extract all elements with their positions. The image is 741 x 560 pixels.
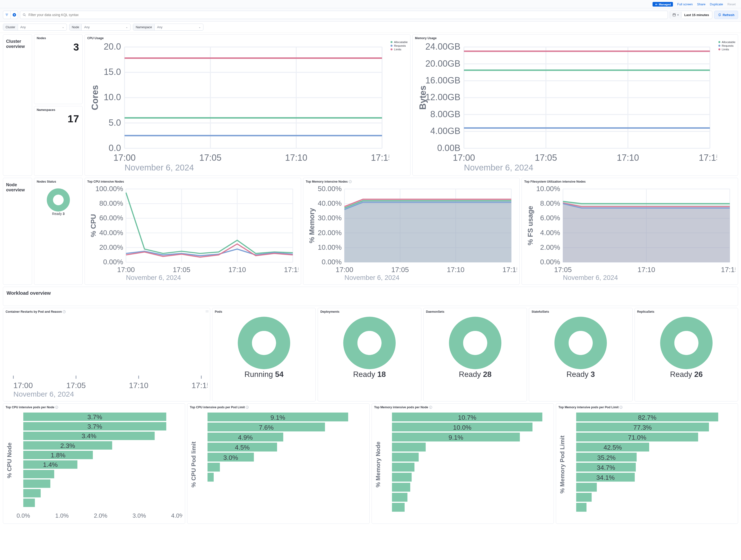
svg-text:17:15: 17:15 [371,153,389,163]
svg-text:0.0: 0.0 [109,143,121,153]
svg-text:4.9%: 4.9% [238,434,253,441]
filter-icon-button[interactable] [3,11,10,19]
top-fs-nodes-panel: Top Filesystem Utilization intensive Nod… [522,178,738,285]
svg-text:17:10: 17:10 [129,381,148,389]
svg-rect-188 [392,493,407,502]
svg-rect-186 [392,473,411,482]
kql-input[interactable] [27,11,665,19]
svg-text:40.00%: 40.00% [318,199,342,207]
svg-text:% Memory Pod Limit: % Memory Pod Limit [559,436,565,494]
refresh-button[interactable]: Refresh [714,11,738,19]
memory-usage-legend: Allocatable Requests Limits [719,40,735,173]
svg-text:17:15: 17:15 [284,266,298,273]
calendar-button[interactable]: ▾ [670,12,681,18]
svg-rect-189 [392,503,404,512]
info-icon[interactable]: i [246,406,249,409]
svg-rect-157 [23,499,35,507]
svg-point-140 [674,331,698,355]
svg-text:2.0%: 2.0% [94,512,107,519]
namespace-filter-value[interactable]: Any⌄ [154,24,203,30]
info-icon[interactable]: i [55,406,58,409]
full-screen-link[interactable]: Full screen [677,2,693,6]
cluster-filter: Cluster Any⌄ [3,23,67,30]
svg-text:0.00%: 0.00% [322,258,342,266]
svg-rect-206 [576,493,592,502]
svg-text:November 6, 2024: November 6, 2024 [13,390,74,398]
cpu-pods-limit-chart: 9.1%7.6%4.9%4.5%3.0%% CPU Pod limit [190,409,367,521]
svg-rect-207 [576,503,587,512]
svg-point-137 [569,331,593,355]
svg-line-2 [25,15,25,16]
svg-rect-187 [392,483,410,491]
svg-text:40.00%: 40.00% [99,229,123,237]
replicasets-title: ReplicaSets [637,310,735,313]
chevron-down-icon: ▾ [677,13,679,16]
svg-text:17:05: 17:05 [554,266,571,273]
svg-text:17:10: 17:10 [285,153,307,163]
svg-text:50.00%: 50.00% [318,185,342,193]
svg-text:9.1%: 9.1% [449,434,463,441]
svg-text:% CPU Node: % CPU Node [6,443,13,478]
chevron-down-icon: ⌄ [126,25,128,29]
node-filter-value[interactable]: Any⌄ [82,24,130,30]
svg-text:80.00%: 80.00% [99,199,123,207]
namespaces-metric-title: Namespaces [37,108,80,112]
cluster-overview-heading-panel: Cluster overview [3,34,32,176]
svg-text:10.7%: 10.7% [458,414,476,421]
svg-text:17:05: 17:05 [199,153,221,163]
svg-text:November 6, 2024: November 6, 2024 [126,274,181,281]
svg-point-1 [23,14,25,15]
replicasets-donut: Ready 26 [637,313,735,379]
node-overview-heading: Node overview [6,180,29,282]
svg-text:2.3%: 2.3% [60,442,75,449]
panel-options-icon[interactable]: ⁝⁝⁝ [206,310,208,313]
svg-text:60.00%: 60.00% [99,214,123,222]
filter-icon [5,13,8,16]
share-link[interactable]: Share [697,2,705,6]
cluster-filter-value[interactable]: Any⌄ [18,24,67,30]
svg-text:% FS usage: % FS usage [526,206,534,246]
nodes-metric-value: 3 [37,40,80,53]
query-bar[interactable] [20,11,668,19]
duplicate-link[interactable]: Duplicate [710,2,723,6]
svg-text:35.2%: 35.2% [597,454,616,461]
svg-text:82.7%: 82.7% [638,414,657,421]
nodes-status-title: Nodes Status [37,180,80,183]
time-range-picker[interactable]: ▾ Last 15 minutes [670,11,712,19]
cpu-usage-title: CPU Usage [87,37,408,40]
refresh-icon [718,13,721,16]
svg-text:% Memory: % Memory [308,208,316,243]
add-filter-button[interactable] [10,11,18,19]
info-icon[interactable]: i [619,406,622,409]
svg-text:8.00GB: 8.00GB [430,109,460,119]
svg-text:10.00%: 10.00% [318,243,342,251]
replicasets-panel: ReplicaSets Ready 26 [634,308,738,402]
pods-title: Pods [215,310,313,313]
namespaces-metric-value: 17 [37,112,80,125]
svg-text:3.7%: 3.7% [87,413,102,421]
mem-pods-limit-panel: Top Memory intensive pods per Pod Limiti… [556,403,738,524]
svg-text:20.00%: 20.00% [99,243,123,251]
info-icon[interactable]: i [429,406,432,409]
svg-text:17:15: 17:15 [721,266,735,273]
svg-point-131 [357,331,382,355]
svg-text:34.1%: 34.1% [596,474,615,481]
statefulsets-title: StatefulSets [532,310,630,313]
svg-text:10.0%: 10.0% [453,424,471,431]
pods-panel: Pods Running 54 [212,308,316,402]
svg-text:100.00%: 100.00% [95,185,123,193]
namespaces-metric-panel: Namespaces 17 [34,106,83,176]
workload-overview-heading-panel: Workload overview [3,287,738,306]
deployments-panel: Deployments Ready 18 [318,308,421,402]
mem-pods-limit-title: Top Memory intensive pods per Pod Limit [558,406,619,409]
svg-text:30.00%: 30.00% [318,214,342,222]
container-restarts-chart: 17:0017:0517:1017:15November 6, 2024 [6,313,208,399]
cpu-usage-panel: CPU Usage 0.05.010.015.020.017:0017:0517… [84,34,410,176]
info-icon[interactable]: i [63,310,66,313]
time-range-label[interactable]: Last 15 minutes [681,12,712,18]
svg-text:Cores: Cores [90,85,100,110]
svg-text:Ready 3: Ready 3 [566,370,595,378]
mem-pods-node-title: Top Memory intensive pods per Node [374,406,428,409]
info-icon[interactable]: i [349,180,352,183]
node-filter-label: Node [69,24,82,30]
